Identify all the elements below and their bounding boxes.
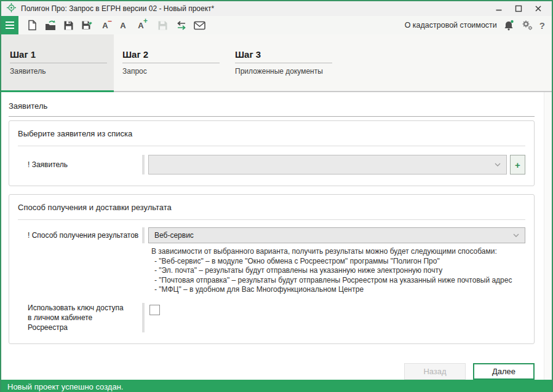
page-title: Заявитель bbox=[9, 101, 535, 117]
delivery-groupbox-title: Способ получения и доставки результата bbox=[18, 203, 525, 212]
back-button[interactable]: Назад bbox=[404, 363, 466, 380]
toolbar: A– A A+ bbox=[1, 16, 552, 34]
divider bbox=[18, 146, 525, 146]
wizard-steps: Шаг 1 Заявитель Шаг 2 Запрос Шаг 3 Прило… bbox=[1, 34, 552, 92]
save-icon[interactable] bbox=[62, 19, 75, 31]
tab-step2-request[interactable]: Шаг 2 Запрос bbox=[114, 34, 226, 91]
app-window: Полигон Про: Запрос в ЕГРН версии 02 - Н… bbox=[0, 0, 553, 392]
status-message: Новый проект успешно создан. bbox=[7, 382, 123, 391]
chevron-down-icon bbox=[513, 233, 519, 237]
tab-title: Шаг 1 bbox=[10, 49, 107, 63]
tab-title: Шаг 2 bbox=[122, 49, 220, 63]
tab-step3-documents[interactable]: Шаг 3 Приложенные документы bbox=[226, 34, 339, 91]
tab-title: Шаг 3 bbox=[235, 49, 332, 63]
minimize-button[interactable] bbox=[495, 5, 503, 12]
field-divider bbox=[142, 303, 145, 332]
vertical-scrollbar[interactable] bbox=[544, 92, 552, 380]
open-project-icon[interactable] bbox=[44, 19, 57, 31]
tab-subtitle: Приложенные документы bbox=[235, 67, 339, 76]
mail-icon[interactable] bbox=[193, 19, 206, 31]
delivery-groupbox: Способ получения и доставки результата !… bbox=[9, 194, 535, 344]
exchange-icon[interactable] bbox=[175, 19, 188, 31]
close-button[interactable] bbox=[535, 5, 542, 12]
font-increase-icon[interactable]: A+ bbox=[135, 21, 147, 30]
delivery-method-select[interactable]: Веб-сервис bbox=[148, 227, 525, 243]
wizard-nav-buttons: Назад Далее bbox=[9, 363, 535, 380]
main-menu-button[interactable] bbox=[1, 16, 18, 34]
save-as-icon[interactable] bbox=[81, 19, 93, 31]
chevron-down-icon bbox=[495, 163, 501, 167]
export-xml-icon-disabled bbox=[156, 19, 169, 31]
status-bar: Новый проект успешно создан. bbox=[1, 380, 552, 392]
help-icon[interactable]: ? bbox=[539, 20, 545, 31]
main-content: Заявитель Выберите заявителя из списка !… bbox=[1, 92, 552, 380]
font-decrease-icon[interactable]: A– bbox=[99, 21, 111, 30]
window-title: Полигон Про: Запрос в ЕГРН версии 02 - Н… bbox=[21, 4, 495, 13]
field-divider bbox=[142, 227, 145, 243]
applicant-groupbox: Выберите заявителя из списка ! Заявитель… bbox=[9, 120, 535, 186]
maximize-button[interactable] bbox=[515, 5, 522, 12]
delivery-method-value: Веб-сервис bbox=[154, 231, 194, 240]
divider bbox=[18, 219, 525, 220]
rosreestr-key-checkbox-label: Использовать ключ доступа в личном кабин… bbox=[28, 303, 142, 332]
cadastral-value-link[interactable]: О кадастровой стоимости bbox=[405, 21, 497, 29]
delivery-help-text: В зависимости от выбранного варианта, по… bbox=[151, 247, 525, 295]
rosreestr-key-checkbox[interactable] bbox=[149, 305, 160, 315]
title-bar: Полигон Про: Запрос в ЕГРН версии 02 - Н… bbox=[1, 1, 552, 16]
add-applicant-button[interactable]: + bbox=[510, 155, 525, 174]
font-default-icon[interactable]: A bbox=[117, 21, 129, 30]
applicant-groupbox-title: Выберите заявителя из списка bbox=[18, 129, 525, 138]
new-project-icon[interactable] bbox=[25, 19, 38, 31]
tab-subtitle: Запрос bbox=[122, 67, 226, 76]
settings-gears-icon[interactable] bbox=[521, 19, 534, 31]
applicant-select[interactable] bbox=[148, 155, 507, 174]
app-logo-icon bbox=[7, 3, 16, 15]
notifications-bell-icon[interactable] bbox=[503, 19, 515, 31]
next-button[interactable]: Далее bbox=[473, 363, 535, 380]
applicant-field-label: ! Заявитель bbox=[28, 160, 142, 169]
field-divider bbox=[142, 155, 145, 174]
tab-step1-applicant[interactable]: Шаг 1 Заявитель bbox=[1, 34, 114, 91]
delivery-method-label: ! Способ получения результатов bbox=[28, 231, 142, 240]
tab-subtitle: Заявитель bbox=[10, 67, 114, 76]
plus-icon: + bbox=[515, 160, 520, 170]
